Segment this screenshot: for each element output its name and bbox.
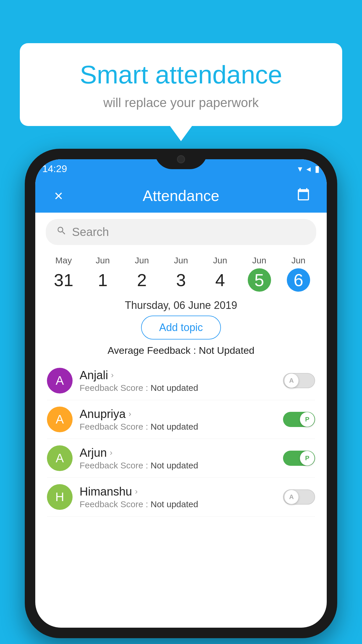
camera [177,155,185,163]
chevron-right-icon: › [135,487,138,496]
chevron-right-icon: › [110,448,112,457]
phone-outer: 14:29 ▾ ◂ ▮ × Attendance [25,149,337,638]
list-item[interactable]: A Anupriya › Feedback Score : Not update… [47,400,315,439]
toggle-knob: P [300,451,314,466]
cal-day-5[interactable]: Jun 5 [240,256,279,292]
student-name: Anjali › [80,369,276,382]
cal-day-2[interactable]: Jun 2 [122,256,161,292]
avatar: A [47,407,73,432]
feedback-score: Feedback Score : Not updated [80,383,276,393]
toggle-knob: P [300,412,314,427]
toggle-knob: A [284,373,299,388]
phone-container: 14:29 ▾ ◂ ▮ × Attendance [25,149,337,638]
add-topic-button[interactable]: Add topic [141,316,221,340]
calendar-strip: May 31 Jun 1 Jun 2 Jun 3 Jun 4 [35,250,327,295]
search-bar[interactable]: Search [46,219,316,245]
battery-icon: ▮ [315,164,320,174]
chevron-right-icon: › [129,409,131,419]
attendance-toggle[interactable]: P [283,451,315,466]
header-title: Attendance [67,187,295,204]
status-icons: ▾ ◂ ▮ [298,164,320,174]
wifi-icon: ▾ [298,164,302,174]
signal-icon: ◂ [306,164,311,174]
student-info: Arjun › Feedback Score : Not updated [80,446,276,470]
search-placeholder: Search [72,225,109,239]
feedback-score: Feedback Score : Not updated [80,422,276,432]
attendance-toggle[interactable]: A [283,373,315,388]
student-info: Anjali › Feedback Score : Not updated [80,369,276,393]
chevron-right-icon: › [111,370,114,380]
speech-bubble-container: Smart attendance will replace your paper… [20,43,342,126]
toggle-knob: A [284,490,299,504]
attendance-toggle[interactable]: P [283,412,315,427]
avg-feedback-label: Average Feedback : [108,345,199,356]
phone-notch [155,149,207,169]
list-item[interactable]: H Himanshu › Feedback Score : Not update… [47,478,315,517]
search-icon [56,225,67,239]
avg-feedback: Average Feedback : Not Updated [35,345,327,361]
status-time: 14:29 [42,163,67,174]
selected-date: Thursday, 06 June 2019 [35,295,327,316]
avg-feedback-value: Not Updated [199,345,254,356]
student-name: Himanshu › [80,485,276,498]
student-list: A Anjali › Feedback Score : Not updated … [35,361,327,517]
avatar: H [47,484,73,510]
calendar-icon[interactable] [295,188,312,204]
student-info: Anupriya › Feedback Score : Not updated [80,407,276,432]
list-item[interactable]: A Anjali › Feedback Score : Not updated … [47,361,315,400]
cal-day-3[interactable]: Jun 3 [161,256,201,292]
student-name: Anupriya › [80,407,276,421]
speech-bubble: Smart attendance will replace your paper… [20,43,342,126]
close-button[interactable]: × [50,187,67,204]
cal-day-4[interactable]: Jun 4 [201,256,240,292]
speech-bubble-subtitle: will replace your paperwork [34,95,328,110]
cal-day-6[interactable]: Jun 6 [279,256,318,292]
cal-day-0[interactable]: May 31 [44,256,83,292]
attendance-toggle[interactable]: A [283,489,315,505]
avatar: A [47,445,73,471]
speech-bubble-title: Smart attendance [34,61,328,89]
avatar: A [47,368,73,393]
cal-day-1[interactable]: Jun 1 [83,256,122,292]
student-info: Himanshu › Feedback Score : Not updated [80,485,276,509]
feedback-score: Feedback Score : Not updated [80,499,276,509]
feedback-score: Feedback Score : Not updated [80,461,276,470]
phone-screen: × Attendance Search [35,159,327,628]
student-name: Arjun › [80,446,276,459]
list-item[interactable]: A Arjun › Feedback Score : Not updated P [47,439,315,478]
